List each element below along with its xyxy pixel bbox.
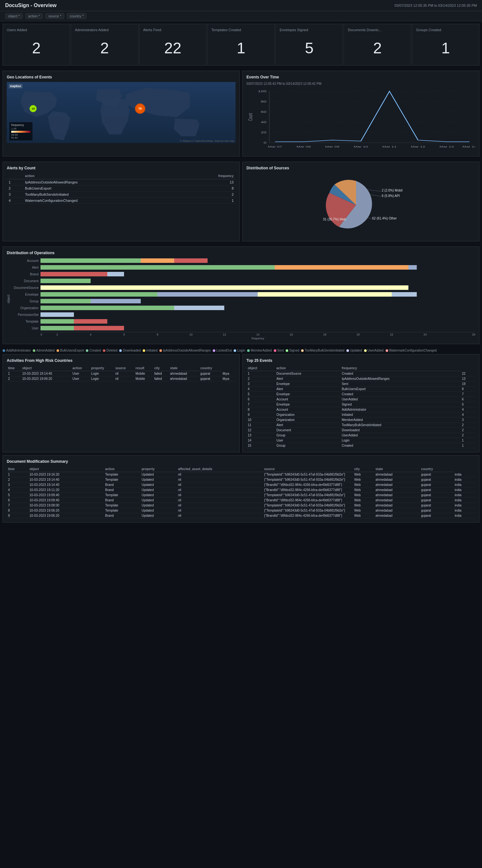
svg-text:Mar 14: Mar 14 [462,145,475,148]
legend-item: Initiated [143,349,157,352]
top25-cell: Account [275,397,340,402]
dist-ops-section: Distribution of Operations object Accoun… [0,244,482,347]
filter-action[interactable]: action * [25,13,43,19]
filter-source[interactable]: source * [45,13,64,19]
top25-cell: 10 [247,417,275,423]
top25-cell: Organization [275,417,340,423]
metric-alerts-fired: Alerts Fired 22 [139,24,206,66]
row-num: 2 [7,185,23,191]
legend-item: Created [86,349,101,352]
ops-legend: AddAdministratorAdminAddedBulkUsersExpor… [0,347,482,354]
bar-chart-rows: AccountAlertBrandDocumentDocumentSourceE… [11,258,475,331]
doc-mod-cell: ahmedabad [374,503,420,508]
bar-row: User [11,325,475,331]
col-header: action [275,365,340,371]
doc-mod-cell: Updated [140,477,177,483]
geo-card: Geo Locations of Events 10 79 mapbox fre… [3,71,240,156]
legend-label: Sent [277,349,284,352]
activity-cell: libya [221,371,235,376]
bar-segment [74,326,124,330]
activity-cell: ahmedabad [169,371,199,376]
top25-cell: Created [340,392,460,397]
pie-label-mobile: 2 (2.0%) Mobile [382,189,403,192]
doc-mod-cell: gujarat [420,493,453,498]
top25-cell: 6 [460,397,475,402]
doc-mod-cell: 2 [7,477,28,483]
legend-item: AddAdministrator [3,349,31,352]
doc-mod-cell: ahmedabad [374,498,420,503]
bar-segment [74,319,107,323]
map-container: 10 79 mapbox frequency 1-25 26-50 51-81 … [7,82,235,143]
bar-track [40,258,475,263]
events-over-time-card: Events Over Time 03/07/2023 12:05:42 PM … [242,71,479,156]
x-axis-label: frequency [40,337,475,340]
doc-mod-cell: 10-03-2023 19:14:40 [28,483,104,488]
top25-cell: Group [275,443,340,448]
pie-label-other: 62 (61.4%) Other [372,217,397,220]
top25-row: 5EnvelopeCreated7 [247,392,475,397]
col-header: state [169,365,199,371]
bar-track [40,299,475,303]
top25-cell: 6 [247,397,275,402]
pie-label-web: 31 (30.7%) Web [323,218,346,221]
doc-mod-cell: gujarat [420,472,453,477]
top25-cell: 13 [247,433,275,438]
legend-dot [86,349,88,352]
col-header: action [104,466,140,472]
top25-cell: 1 [247,371,275,376]
legend-dot [386,349,388,352]
doc-mod-cell: Web [353,477,374,483]
legend-label: BulkUsersExport [60,349,84,352]
doc-mod-cell: 8 [7,508,28,513]
doc-mod-row: 810-03-2023 19:06:20TemplateUpdatednil{"… [7,508,475,513]
top25-cell: 1 [460,438,475,443]
line-chart: 100 80 60 40 20 0 Mar 07 Mar 08 Mar 09 M… [247,88,475,152]
doc-mod-cell: india [453,508,475,513]
doc-mod-cell: 1 [7,472,28,477]
doc-mod-cell: india [453,483,475,488]
activity-cell: User [71,371,90,376]
top25-title: Top 25 Events [247,358,475,363]
metric-label-documents: Documents Downlo... [348,28,407,32]
bar-segment [40,299,91,303]
bar-segment [40,319,74,323]
bar-segment [141,258,174,263]
bar-segment [40,306,174,310]
top25-cell: BulkUsersExport [340,386,460,392]
alerts-table: action frequency 1 IpAddressOutsideAllow… [7,173,235,204]
svg-text:40: 40 [261,121,266,124]
metric-value-admins: 2 [75,39,134,57]
doc-mod-cell: ahmedabad [374,493,420,498]
geo-events-row: Geo Locations of Events 10 79 mapbox fre… [0,68,482,159]
top25-cell: 15 [247,443,275,448]
activity-cell: 10-03-2023 19:14:40 [21,371,71,376]
filter-object[interactable]: object * [5,13,23,19]
bar-segment [40,279,91,283]
alert-action: BulkUsersExport [23,185,182,191]
filter-country[interactable]: country * [67,13,87,19]
col-header: time [7,365,21,371]
top25-row: 10OrganizationMemberAdded3 [247,417,475,423]
doc-mod-cell: nil [177,472,263,477]
bar-label: PermissionSet [11,313,40,316]
bar-track [40,312,475,317]
top25-row: 9OrganizationInitiated4 [247,412,475,417]
doc-mod-cell: Web [353,493,374,498]
metric-groups: Groups Created 1 [412,24,479,66]
alert-freq: 1 [182,198,235,204]
activity-cell: Login [90,376,114,381]
bar-segment [40,272,107,276]
legend-dot [286,349,288,352]
top25-row: 12DocumentDownloaded2 [247,428,475,433]
legend-item: LockedOut [213,349,232,352]
activity-cell: ahmedabad [169,376,199,381]
legend-item: WatermarkConfigurationChanged [386,349,437,352]
alerts-card: Alerts by Count action frequency 1 IpAdd… [3,162,240,241]
bar-label: Envelope [11,293,40,296]
col-header: country [199,365,221,371]
doc-mod-cell: 10-03-2023 19:06:20 [28,508,104,513]
doc-mod-cell: Template [104,477,140,483]
col-header: property [90,365,114,371]
bar-row: DocumentSource [11,285,475,290]
x-tick-14: 14 [241,333,275,336]
